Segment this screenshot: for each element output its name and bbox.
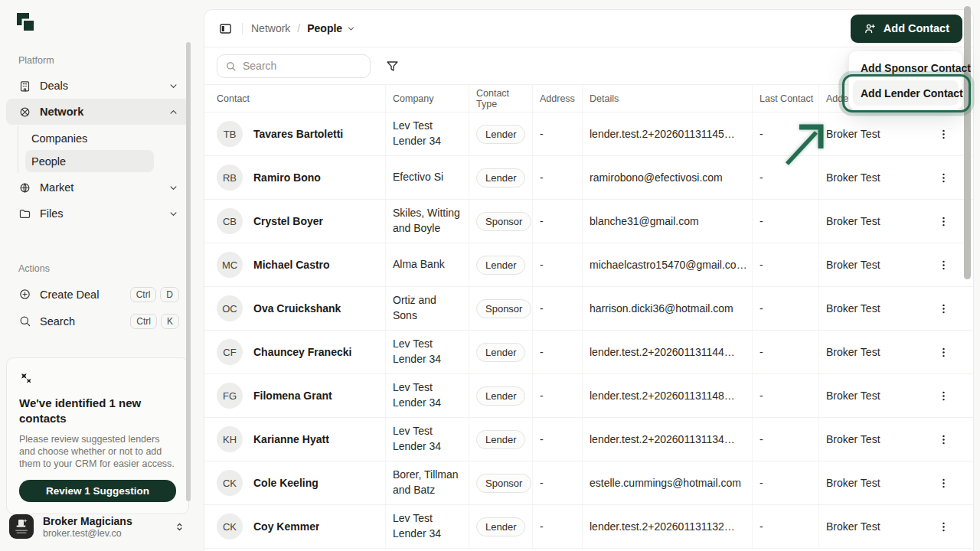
folder-icon	[18, 207, 31, 220]
table-row[interactable]: RBRamiro BonoEfectivo SiLender-ramirobon…	[204, 156, 973, 200]
company-cell: Lev Test Lender 34	[385, 331, 469, 373]
row-menu-button[interactable]	[933, 255, 953, 275]
sidebar-item-deals[interactable]: Deals	[6, 73, 190, 99]
contact-type-badge: Lender	[476, 386, 525, 406]
address-value: -	[540, 215, 544, 227]
company-name: Ortiz and Sons	[393, 293, 469, 323]
added-by-value: Broker Test	[826, 520, 880, 533]
details-cell: lender.test.2+202601131144…	[582, 331, 752, 373]
details-value: lender.test.2+202601131145…	[590, 128, 735, 140]
last-contact-value: -	[760, 302, 763, 315]
address-cell: -	[532, 374, 582, 417]
contact-avatar: RB	[217, 165, 243, 191]
row-menu-button[interactable]	[933, 342, 953, 362]
sidebar-item-market[interactable]: Market	[6, 174, 190, 201]
contact-type-cell: Sponsor	[469, 287, 532, 330]
added-by-value: Broker Test	[826, 215, 880, 227]
row-menu-button[interactable]	[933, 386, 953, 406]
contact-cell: TBTavares Bartoletti	[217, 112, 385, 155]
search-input[interactable]	[243, 60, 358, 72]
table-row[interactable]: OCOva CruickshankOrtiz and SonsSponsor-h…	[204, 287, 973, 331]
sidebar-item-label: Files	[40, 207, 159, 220]
table-row[interactable]: CKCole KeelingBorer, Tillman and BatzSpo…	[204, 461, 973, 505]
table-row[interactable]: CBCrystel BoyerSkiles, Witting and Boyle…	[204, 200, 973, 243]
row-menu-button[interactable]	[933, 211, 953, 231]
actions-section-label: Actions	[6, 263, 190, 274]
sidebar-action-search[interactable]: SearchCtrlK	[6, 308, 190, 334]
main-scrollbar-thumb[interactable]	[964, 6, 971, 279]
address-value: -	[540, 346, 544, 358]
company-name: Efectivo Si	[393, 170, 449, 185]
breadcrumb-page-label: People	[307, 22, 342, 34]
details-cell: harrison.dicki36@hotmail.com	[582, 287, 752, 330]
app-logo-icon[interactable]	[17, 13, 37, 33]
row-menu-button[interactable]	[933, 298, 953, 318]
sidebar-scrollbar-thumb[interactable]	[186, 42, 191, 501]
chevron-down-icon	[168, 80, 179, 92]
address-cell: -	[532, 461, 582, 504]
last-contact-value: -	[760, 346, 763, 358]
row-menu-button[interactable]	[933, 473, 953, 493]
last-contact-cell: -	[752, 331, 818, 373]
kebab-icon	[937, 390, 950, 403]
sidebar-item-companies[interactable]: Companies	[25, 127, 154, 150]
company-cell: Lev Test Lender 34	[385, 418, 469, 461]
sidebar-content: Platform DealsNetworkCompaniesPeopleMark…	[6, 49, 190, 514]
contact-type-badge: Lender	[476, 125, 525, 144]
review-suggestion-button[interactable]: Review 1 Suggestion	[19, 480, 176, 502]
contact-cell: RBRamiro Bono	[217, 156, 385, 199]
details-cell: lender.test.2+202601131134…	[582, 418, 752, 461]
details-value: ramirobono@efectivosi.com	[590, 171, 723, 184]
contact-type-badge: Lender	[476, 168, 525, 187]
added-by-cell: Broker Test	[818, 418, 933, 461]
last-contact-value: -	[760, 390, 763, 402]
sidebar-action-create-deal[interactable]: Create DealCtrlD	[6, 281, 190, 308]
added-by-cell: Broker Test	[818, 112, 933, 155]
contact-type-cell: Lender	[469, 331, 532, 373]
breadcrumb-network[interactable]: Network	[251, 22, 290, 34]
details-value: lender.test.2+202601131148…	[590, 390, 735, 402]
contact-avatar: FG	[217, 383, 243, 409]
sidebar-item-files[interactable]: Files	[6, 201, 190, 227]
sidebar-item-network[interactable]: Network	[6, 99, 190, 125]
added-by-value: Broker Test	[826, 259, 880, 271]
add-contact-button[interactable]: Add Contact	[851, 15, 962, 43]
row-menu-button[interactable]	[933, 168, 953, 187]
filter-button[interactable]	[381, 54, 403, 77]
row-menu-button[interactable]	[933, 517, 953, 536]
details-cell: lender.test.2+202601131132…	[582, 505, 752, 548]
menu-item-add-lender-contact[interactable]: Add Lender Contact	[853, 80, 959, 106]
company-name: Alma Bank	[393, 257, 451, 272]
contact-type-cell: Lender	[469, 112, 532, 155]
company-name: Lev Test Lender 34	[393, 380, 469, 410]
sidebar-item-people[interactable]: People	[25, 150, 154, 172]
suggestion-title: We've identified 1 new contacts	[19, 396, 176, 427]
breadcrumb-separator: /	[297, 22, 300, 34]
row-menu-button[interactable]	[933, 124, 953, 144]
user-plus-icon	[864, 22, 877, 35]
breadcrumb-people[interactable]: People	[307, 22, 356, 34]
table-row[interactable]: CKCoy KemmerLev Test Lender 34Lender-len…	[204, 505, 973, 549]
row-menu-button[interactable]	[933, 429, 953, 449]
chevrons-up-down-icon	[174, 521, 185, 533]
logo-square	[24, 21, 34, 31]
table-row[interactable]: CFChauncey FraneckiLev Test Lender 34Len…	[204, 331, 973, 374]
table-row[interactable]: TBTavares BartolettiLev Test Lender 34Le…	[204, 112, 973, 156]
added-by-cell: Broker Test	[818, 505, 933, 548]
last-contact-value: -	[760, 259, 763, 271]
account-switcher[interactable]: Broker Magicians broker.test@lev.co	[0, 507, 204, 551]
contact-name: Crystel Boyer	[253, 215, 323, 227]
row-actions-cell	[933, 331, 961, 373]
table-row[interactable]: FGFilomena GrantLev Test Lender 34Lender…	[204, 374, 973, 418]
company-cell: Ortiz and Sons	[385, 287, 469, 330]
address-cell: -	[532, 418, 582, 461]
address-value: -	[540, 433, 544, 445]
row-actions-cell	[933, 505, 961, 548]
table-row[interactable]: MCMichael CastroAlma BankLender-michaelc…	[204, 243, 973, 287]
contact-cell: CFChauncey Franecki	[217, 331, 385, 373]
company-name: Lev Test Lender 34	[393, 424, 469, 454]
address-cell: -	[532, 112, 582, 155]
sidebar-toggle-button[interactable]	[214, 17, 237, 40]
table-row[interactable]: KHKarianne HyattLev Test Lender 34Lender…	[204, 418, 973, 461]
menu-item-add-sponsor-contact[interactable]: Add Sponsor Contact	[853, 55, 959, 80]
